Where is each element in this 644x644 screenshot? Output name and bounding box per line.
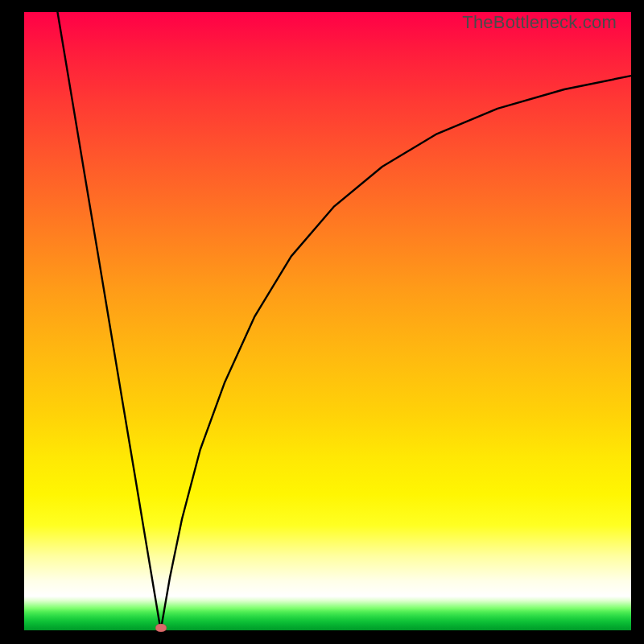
chart-frame: TheBottleneck.com bbox=[0, 0, 644, 644]
minimum-marker bbox=[155, 624, 167, 632]
bottleneck-curve bbox=[24, 12, 631, 630]
plot-area: TheBottleneck.com bbox=[24, 12, 631, 630]
